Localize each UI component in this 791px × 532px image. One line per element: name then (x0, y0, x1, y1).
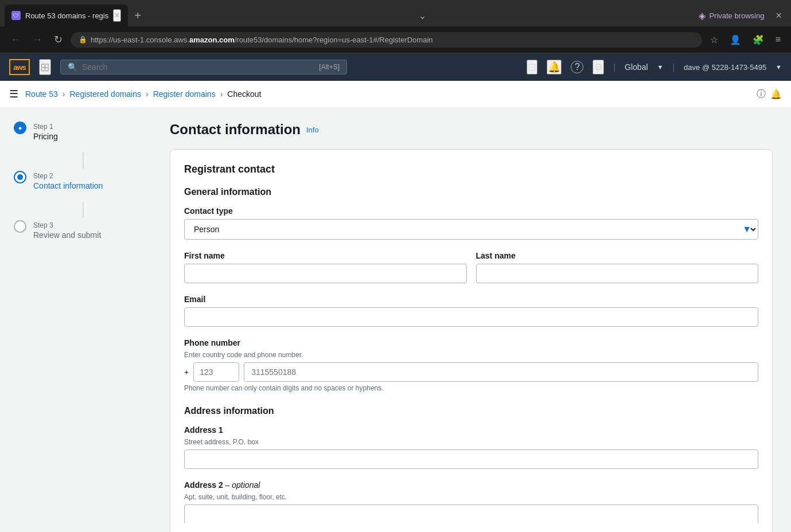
step-2-content: Step 2 Contact information (33, 171, 103, 190)
contact-type-select-wrapper: Person Company Association Public body R… (184, 219, 758, 240)
profile-button[interactable]: 👤 (726, 32, 745, 48)
phone-row: + (184, 362, 758, 382)
last-name-group: Last name (476, 251, 759, 283)
step-2-item: Step 2 Contact information (14, 171, 147, 190)
step-3-item: Step 3 Review and submit (14, 220, 147, 240)
forward-button[interactable]: → (29, 32, 46, 48)
page-title: Contact information (170, 122, 301, 138)
reload-button[interactable]: ↻ (50, 31, 66, 48)
private-browsing-indicator: ◈ Private browsing (699, 10, 769, 21)
search-input[interactable] (82, 62, 314, 72)
step-1-number: Step 1 (33, 123, 58, 131)
private-icon: ◈ (699, 10, 706, 21)
region-chevron[interactable]: ▼ (657, 64, 664, 71)
step-connector-2 (20, 202, 147, 218)
breadcrumb-bar: ☰ Route 53 › Registered domains › Regist… (0, 81, 791, 108)
breadcrumb-route53[interactable]: Route 53 (25, 89, 58, 99)
phone-number-input[interactable] (244, 362, 758, 382)
first-name-input[interactable] (184, 264, 467, 283)
address-bar[interactable]: 🔒 https://us-east-1.console.aws.amazon.c… (71, 32, 702, 48)
user-menu[interactable]: dave @ 5228-1473-5495 (684, 63, 766, 72)
breadcrumb-right-icons: ⓘ 🔔 (757, 88, 782, 100)
breadcrumb-registered-domains[interactable]: Registered domains (70, 89, 142, 99)
tab-expand-button[interactable]: ⌄ (419, 10, 426, 21)
contact-type-label: Contact type (184, 206, 758, 216)
step-1-circle: ● (14, 122, 26, 134)
extensions-button[interactable]: 🧩 (749, 32, 767, 48)
terminal-icon-button[interactable]: ⊡ (527, 60, 537, 75)
browser-navbar: ← → ↻ 🔒 https://us-east-1.console.aws.am… (0, 26, 791, 53)
browser-window: 🛡 Route 53 domains - regis × + ⌄ ◈ Priva… (0, 0, 791, 532)
step-connector-1 (20, 152, 147, 169)
aws-logo[interactable]: aws (9, 59, 30, 75)
topbar-icons: ⊡ 🔔 ? ⚙ | Global ▼ | dave @ 5228-1473-54… (527, 60, 782, 75)
url-display: https://us-east-1.console.aws.amazon.com… (91, 36, 694, 44)
step-3-indicator (14, 220, 26, 233)
step-1-label: Pricing (33, 132, 58, 141)
address1-group: Address 1 Street address, P.O. box (184, 425, 758, 469)
first-name-group: First name (184, 251, 467, 283)
step-2-number: Step 2 (33, 172, 103, 180)
first-name-label: First name (184, 251, 467, 260)
notifications-icon-button[interactable]: 🔔 (770, 88, 782, 100)
back-button[interactable]: ← (7, 32, 24, 48)
email-group: Email (184, 295, 758, 327)
breadcrumb-sep-3: › (220, 89, 223, 99)
step-3-number: Step 3 (33, 221, 101, 229)
address2-hint: Apt, suite, unit, building, floor, etc. (184, 493, 758, 501)
settings-button[interactable]: ⚙ (593, 60, 604, 75)
address1-input[interactable] (184, 449, 758, 469)
form-card: Registrant contact General information C… (170, 149, 773, 532)
info-icon-button[interactable]: ⓘ (757, 88, 766, 100)
step-3-label: Review and submit (33, 230, 101, 240)
services-menu-button[interactable]: ⊞ (39, 59, 51, 75)
region-selector[interactable]: Global (625, 62, 648, 72)
tab-close-button[interactable]: × (113, 9, 120, 22)
phone-note: Phone number can only contain digits and… (184, 384, 758, 392)
step-2-circle (14, 171, 26, 183)
contact-type-group: Contact type Person Company Association … (184, 206, 758, 240)
last-name-input[interactable] (476, 264, 759, 283)
info-link[interactable]: Info (306, 126, 319, 134)
bookmark-button[interactable]: ☆ (707, 32, 722, 48)
tab-bar: 🛡 Route 53 domains - regis × + ⌄ ◈ Priva… (0, 0, 791, 26)
step-2-indicator (14, 171, 26, 183)
phone-group: Phone number Enter country code and phon… (184, 338, 758, 392)
address2-label: Address 2 – optional (184, 480, 758, 490)
active-tab: 🛡 Route 53 domains - regis × (5, 5, 128, 26)
main-layout: ● Step 1 Pricing Step 2 Contact informat… (0, 108, 791, 532)
sidebar: ● Step 1 Pricing Step 2 Contact informat… (0, 108, 161, 532)
menu-button[interactable]: ≡ (772, 32, 784, 47)
step-1-indicator: ● (14, 122, 26, 134)
address2-input[interactable] (184, 504, 758, 523)
breadcrumb-register-domains[interactable]: Register domains (153, 89, 216, 99)
new-tab-button[interactable]: + (130, 7, 146, 25)
breadcrumb-checkout: Checkout (227, 89, 261, 99)
user-chevron[interactable]: ▼ (776, 64, 782, 71)
phone-country-input[interactable] (193, 362, 239, 382)
content-area: Contact information Info Registrant cont… (161, 108, 791, 532)
security-lock-icon: 🔒 (79, 36, 87, 44)
address-section-title: Address information (184, 406, 758, 416)
step-3-circle (14, 220, 26, 233)
phone-plus-sign: + (184, 367, 189, 377)
tab-title: Route 53 domains - regis (25, 11, 108, 20)
search-icon: 🔍 (68, 62, 77, 72)
notifications-button[interactable]: 🔔 (547, 60, 562, 75)
aws-search-bar[interactable]: 🔍 [Alt+S] (60, 60, 347, 75)
general-section-title: General information (184, 187, 758, 197)
search-shortcut: [Alt+S] (319, 63, 340, 71)
breadcrumb-sep-1: › (63, 89, 65, 99)
last-name-label: Last name (476, 251, 759, 260)
hamburger-menu-button[interactable]: ☰ (9, 88, 18, 100)
address1-hint: Street address, P.O. box (184, 438, 758, 446)
step-1-item: ● Step 1 Pricing (14, 122, 147, 141)
email-input[interactable] (184, 307, 758, 327)
address1-label: Address 1 (184, 425, 758, 435)
help-button[interactable]: ? (571, 61, 583, 73)
contact-type-select[interactable]: Person Company Association Public body R… (184, 219, 758, 240)
address2-group: Address 2 – optional Apt, suite, unit, b… (184, 480, 758, 523)
step-2-label: Contact information (33, 181, 103, 190)
aws-topbar: aws ⊞ 🔍 [Alt+S] ⊡ 🔔 ? ⚙ | Global ▼ | dav… (0, 53, 791, 81)
browser-close-button[interactable]: × (771, 7, 786, 24)
